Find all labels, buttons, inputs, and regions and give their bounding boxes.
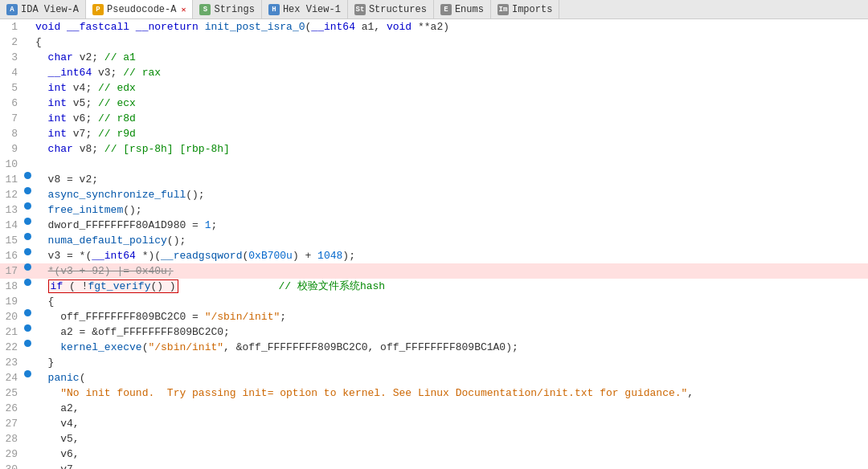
code-line-2: 2 { xyxy=(0,35,868,50)
structures-icon: St xyxy=(354,4,366,15)
bp-21[interactable] xyxy=(23,324,32,332)
line-num-12: 12 xyxy=(0,187,23,202)
code-line-17: 17 *(v3 + 92) |= 0x40u; xyxy=(0,263,868,279)
code-content-26: a2, xyxy=(32,401,868,416)
code-line-11: 11 v8 = v2; xyxy=(0,172,868,187)
tab-close-pseudocode[interactable]: ✕ xyxy=(181,5,186,14)
code-content-14: dword_FFFFFFFF80A1D980 = 1; xyxy=(32,218,868,233)
bp-18[interactable] xyxy=(23,279,32,286)
line-num-20: 20 xyxy=(0,309,23,324)
line-num-8: 8 xyxy=(0,126,23,141)
code-content-3: char v2; // a1 xyxy=(32,50,868,65)
line-num-26: 26 xyxy=(0,401,23,416)
tab-enums[interactable]: E Enums xyxy=(434,0,491,19)
bp-11[interactable] xyxy=(23,172,32,179)
line-num-18: 18 xyxy=(0,279,23,294)
code-line-3: 3 char v2; // a1 xyxy=(0,50,868,65)
bp-13[interactable] xyxy=(23,202,32,210)
bp-24[interactable] xyxy=(23,370,32,377)
line-num-23: 23 xyxy=(0,355,23,370)
code-line-4: 4 __int64 v3; // rax xyxy=(0,65,868,80)
tab-hex-label: Hex View-1 xyxy=(283,4,341,15)
line-num-15: 15 xyxy=(0,233,23,248)
code-line-9: 9 char v8; // [rsp-8h] [rbp-8h] xyxy=(0,141,868,157)
code-line-22: 22 kernel_execve("/sbin/init", &off_FFFF… xyxy=(0,340,868,355)
code-content-12: async_synchronize_full(); xyxy=(32,187,868,202)
code-content-17: *(v3 + 92) |= 0x40u; xyxy=(32,263,868,279)
code-content-23: } xyxy=(32,355,868,370)
tab-hex-view[interactable]: H Hex View-1 xyxy=(262,0,348,19)
code-content-4: __int64 v3; // rax xyxy=(32,65,868,80)
code-content-13: free_initmem(); xyxy=(32,202,868,218)
line-num-29: 29 xyxy=(0,447,23,462)
bp-16[interactable] xyxy=(23,248,32,255)
code-content-27: v4, xyxy=(32,416,868,431)
tab-pseudocode-label: Pseudocode-A xyxy=(107,4,176,15)
ida-view-icon: A xyxy=(6,4,18,15)
tab-strings[interactable]: S Strings xyxy=(193,0,261,19)
code-line-19: 19 { xyxy=(0,294,868,309)
code-line-13: 13 free_initmem(); xyxy=(0,202,868,218)
tab-imports[interactable]: Im Imports xyxy=(491,0,559,19)
code-content-22: kernel_execve("/sbin/init", &off_FFFFFFF… xyxy=(32,340,868,355)
line-num-30: 30 xyxy=(0,462,23,469)
code-line-10: 10 xyxy=(0,157,868,172)
line-num-3: 3 xyxy=(0,50,23,65)
tab-imports-label: Imports xyxy=(512,4,552,15)
code-content-19: { xyxy=(32,294,868,309)
code-line-29: 29 v6, xyxy=(0,447,868,462)
code-line-15: 15 numa_default_policy(); xyxy=(0,233,868,248)
tab-ida-label: IDA View-A xyxy=(21,4,79,15)
line-num-16: 16 xyxy=(0,248,23,263)
hex-view-icon: H xyxy=(268,4,280,15)
code-content-15: numa_default_policy(); xyxy=(32,233,868,248)
code-line-21: 21 a2 = &off_FFFFFFFF809BC2C0; xyxy=(0,324,868,340)
line-num-19: 19 xyxy=(0,294,23,309)
line-num-5: 5 xyxy=(0,80,23,96)
line-num-4: 4 xyxy=(0,65,23,80)
bp-17[interactable] xyxy=(23,263,32,271)
code-content-8: int v7; // r9d xyxy=(32,126,868,141)
code-area: 1 void __fastcall __noreturn init_post_i… xyxy=(0,19,868,469)
code-line-12: 12 async_synchronize_full(); xyxy=(0,187,868,202)
code-line-18: 18 if ( !fgt_verify() ) // 校验文件系统hash xyxy=(0,279,868,294)
code-line-7: 7 int v6; // r8d xyxy=(0,111,868,126)
code-content-28: v5, xyxy=(32,431,868,447)
line-num-27: 27 xyxy=(0,416,23,431)
tab-ida-view-a[interactable]: A IDA View-A xyxy=(0,0,86,19)
code-line-26: 26 a2, xyxy=(0,401,868,416)
line-num-7: 7 xyxy=(0,111,23,126)
line-num-21: 21 xyxy=(0,324,23,340)
code-content-7: int v6; // r8d xyxy=(32,111,868,126)
code-content-6: int v5; // ecx xyxy=(32,96,868,111)
line-num-24: 24 xyxy=(0,370,23,385)
tab-pseudocode-a[interactable]: P Pseudocode-A ✕ xyxy=(86,0,193,19)
code-content-21: a2 = &off_FFFFFFFF809BC2C0; xyxy=(32,324,868,340)
line-num-1: 1 xyxy=(0,19,23,35)
code-content-29: v6, xyxy=(32,447,868,462)
line-num-2: 2 xyxy=(0,35,23,50)
code-content-20: off_FFFFFFFF809BC2C0 = "/sbin/init"; xyxy=(32,309,868,324)
line-num-14: 14 xyxy=(0,218,23,233)
bp-22[interactable] xyxy=(23,340,32,347)
code-line-1: 1 void __fastcall __noreturn init_post_i… xyxy=(0,19,868,35)
bp-14[interactable] xyxy=(23,218,32,225)
line-num-11: 11 xyxy=(0,172,23,187)
line-num-17: 17 xyxy=(0,263,23,279)
line-num-6: 6 xyxy=(0,96,23,111)
bp-12[interactable] xyxy=(23,187,32,194)
code-line-20: 20 off_FFFFFFFF809BC2C0 = "/sbin/init"; xyxy=(0,309,868,324)
bp-20[interactable] xyxy=(23,309,32,316)
line-num-22: 22 xyxy=(0,340,23,355)
code-content-24: panic( xyxy=(32,370,868,385)
code-content-25: "No init found. Try passing init= option… xyxy=(32,385,868,401)
code-line-14: 14 dword_FFFFFFFF80A1D980 = 1; xyxy=(0,218,868,233)
code-line-6: 6 int v5; // ecx xyxy=(0,96,868,111)
tab-structures[interactable]: St Structures xyxy=(348,0,434,19)
line-num-13: 13 xyxy=(0,202,23,218)
code-content-16: v3 = *(__int64 *)(__readgsqword(0xB700u)… xyxy=(32,248,868,263)
code-line-23: 23 } xyxy=(0,355,868,370)
code-content-18: if ( !fgt_verify() ) // 校验文件系统hash xyxy=(32,279,868,294)
bp-15[interactable] xyxy=(23,233,32,240)
enums-icon: E xyxy=(440,4,452,15)
